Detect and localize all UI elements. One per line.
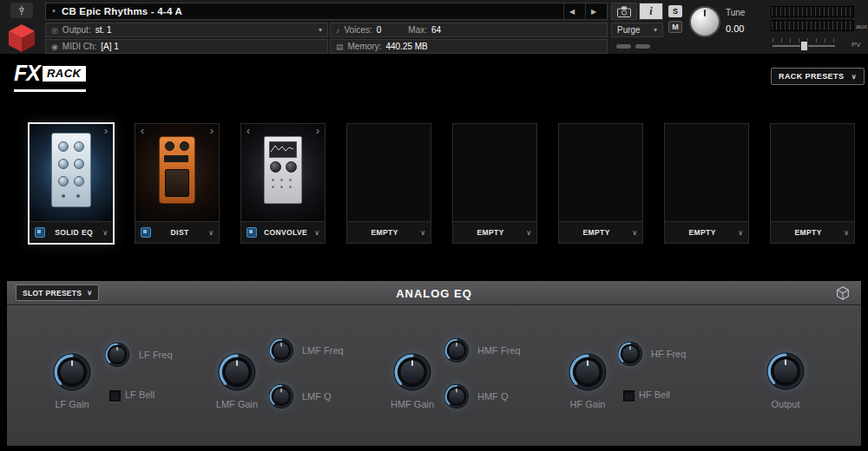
lf-bell-checkbox[interactable]: [109, 390, 121, 402]
slot-next-fx-icon[interactable]: ›: [316, 126, 319, 136]
lmf-q-knob[interactable]: [268, 383, 294, 409]
output-label: Output: [746, 399, 825, 409]
snapshot-camera-button[interactable]: [611, 3, 637, 20]
slot-next-fx-icon[interactable]: ›: [104, 126, 108, 136]
slot-dropdown-icon[interactable]: ∨: [844, 229, 849, 237]
fx-power-toggle[interactable]: [247, 227, 257, 238]
slot-dropdown-icon[interactable]: ∨: [208, 229, 214, 237]
slot-thumbnail-empty[interactable]: [347, 124, 431, 222]
slot-dropdown-icon[interactable]: ∨: [102, 229, 108, 237]
slot-thumbnail-empty[interactable]: [771, 124, 854, 222]
slot-thumbnail-dist[interactable]: ‹ ›: [135, 124, 219, 222]
slot-selector-empty[interactable]: EMPTY ∨: [771, 222, 854, 243]
slot-next-fx-icon[interactable]: ›: [210, 126, 214, 136]
camera-icon: [617, 6, 631, 17]
pv-label: PV: [852, 41, 861, 49]
effect-title: ANALOG EQ: [7, 287, 861, 300]
output-selector[interactable]: ◎ Output: st. 1 ▾: [45, 23, 328, 37]
purge-dropdown-icon[interactable]: ▾: [654, 26, 657, 34]
lf-gain-knob[interactable]: [52, 352, 92, 392]
hmf-gain-knob[interactable]: [392, 352, 432, 392]
slot-label: CONVOLVE: [260, 228, 311, 237]
slot-selector-convolve[interactable]: CONVOLVE ∨: [241, 222, 325, 243]
output-knob[interactable]: [766, 351, 806, 391]
lmf-gain-knob[interactable]: [217, 352, 257, 392]
slot-selector-dist[interactable]: DIST ∨: [135, 222, 219, 243]
output-jack-icon: ◎: [51, 26, 58, 35]
lf-freq-knob[interactable]: [104, 342, 130, 368]
hf-freq-knob[interactable]: [617, 341, 643, 367]
fx-slot-empty-4[interactable]: EMPTY ∨: [664, 123, 749, 244]
memory-value: 440.25 MB: [385, 42, 427, 51]
output-value: st. 1: [95, 25, 112, 35]
midi-channel-selector[interactable]: ◉ MIDI Ch: [A] 1: [45, 39, 328, 54]
solid-eq-device-art: [51, 133, 91, 207]
slot-selector-solid-eq[interactable]: SOLID EQ ∨: [30, 222, 113, 243]
fx-power-toggle[interactable]: [35, 227, 45, 238]
fx-slot-convolve[interactable]: ‹ › CONVOLVE ∨: [240, 123, 326, 244]
slot-label: EMPTY: [458, 228, 523, 237]
slot-selector-empty[interactable]: EMPTY ∨: [665, 222, 748, 243]
fx-power-toggle[interactable]: [141, 227, 151, 238]
hf-freq-label: HF Freq: [651, 349, 686, 359]
pan-handle[interactable]: [800, 41, 808, 51]
collapse-icon[interactable]: ▼: [51, 9, 56, 14]
purge-menu[interactable]: Purge ▾: [611, 23, 663, 37]
hf-bell-checkbox[interactable]: [623, 390, 635, 402]
midi-icon: ◉: [51, 42, 58, 51]
instrument-title-bar[interactable]: ▼ CB Epic Rhythms - 4-4 A ◀ ▶: [45, 3, 608, 20]
output-dropdown-icon[interactable]: ▾: [319, 26, 322, 34]
slot-thumbnail-empty[interactable]: [559, 124, 642, 222]
fx-slot-solid-eq[interactable]: › SOLID EQ ∨: [28, 122, 115, 245]
slot-selector-empty[interactable]: EMPTY ∨: [347, 222, 431, 243]
lmf-freq-knob[interactable]: [268, 337, 294, 363]
lmf-freq-label: LMF Freq: [302, 345, 344, 356]
slot-thumbnail-convolve[interactable]: ‹ ›: [241, 124, 325, 222]
tune-value: 0.00: [726, 23, 744, 34]
lmf-q-label: LMF Q: [302, 391, 332, 402]
fx-slot-dist[interactable]: ‹ › DIST ∨: [135, 123, 220, 244]
slot-dropdown-icon[interactable]: ∨: [314, 229, 319, 237]
hmf-q-knob[interactable]: [444, 383, 470, 409]
tune-knob-indicator: [704, 10, 706, 16]
mute-button[interactable]: M: [668, 21, 682, 33]
fx-rack-logo: FX RACK: [14, 61, 86, 92]
midi-label: MIDI Ch:: [62, 42, 96, 51]
prev-instrument-icon[interactable]: ◀: [563, 3, 580, 19]
lf-gain-label: LF Gain: [33, 399, 111, 409]
pan-slider[interactable]: [773, 38, 835, 50]
slot-thumbnail-empty[interactable]: [665, 124, 748, 222]
purge-indicators: [611, 39, 663, 54]
slot-prev-fx-icon[interactable]: ‹: [141, 126, 144, 136]
slot-selector-empty[interactable]: EMPTY ∨: [559, 222, 642, 243]
editor-header-bar: SLOT PRESETS ∨ ANALOG EQ: [7, 281, 861, 305]
dist-pedal-art: [159, 136, 195, 204]
slot-dropdown-icon[interactable]: ∨: [526, 229, 531, 237]
fx-slot-empty-1[interactable]: EMPTY ∨: [346, 123, 431, 244]
slot-label: DIST: [155, 228, 205, 237]
slot-thumbnail-solid-eq[interactable]: ›: [30, 124, 113, 222]
slot-dropdown-icon[interactable]: ∨: [420, 229, 425, 237]
jack-icon[interactable]: [10, 3, 33, 18]
solo-button[interactable]: S: [668, 5, 682, 17]
slot-prev-fx-icon[interactable]: ‹: [247, 126, 250, 136]
randomize-cube-icon[interactable]: [835, 285, 851, 304]
memory-label: Memory:: [348, 42, 382, 51]
voices-display: ♪ Voices: 0 Max: 64: [330, 23, 608, 37]
slot-selector-empty[interactable]: EMPTY ∨: [453, 222, 536, 243]
level-meter-main: [771, 6, 854, 17]
tune-knob[interactable]: [689, 6, 720, 37]
slot-dropdown-icon[interactable]: ∨: [738, 229, 743, 237]
slot-thumbnail-empty[interactable]: [453, 124, 536, 222]
level-meter-aux: [771, 20, 854, 31]
voices-label: Voices:: [345, 25, 372, 35]
hf-gain-knob[interactable]: [568, 352, 608, 392]
fx-slot-empty-2[interactable]: EMPTY ∨: [452, 123, 537, 244]
fx-slot-empty-3[interactable]: EMPTY ∨: [558, 123, 643, 244]
info-button[interactable]: i: [639, 3, 663, 20]
fx-slot-empty-5[interactable]: EMPTY ∨: [770, 123, 855, 244]
slot-dropdown-icon[interactable]: ∨: [632, 229, 637, 237]
next-instrument-icon[interactable]: ▶: [585, 3, 602, 19]
hmf-freq-knob[interactable]: [444, 337, 470, 363]
rack-presets-button[interactable]: RACK PRESETS ∨: [771, 68, 865, 85]
